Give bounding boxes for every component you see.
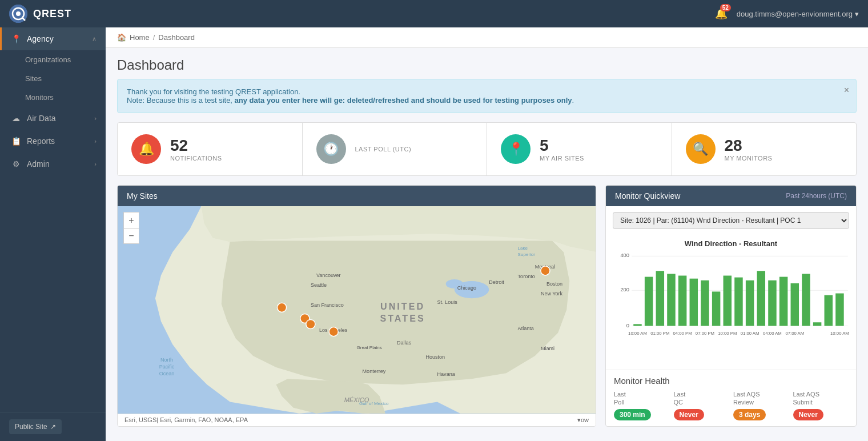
alert-close-button[interactable]: × <box>844 85 849 95</box>
svg-text:North: North <box>160 357 173 363</box>
top-nav: QREST 🔔 52 doug.timms@open-envionment.or… <box>0 0 868 27</box>
chart-title: Wind Direction - Resultant <box>613 239 849 248</box>
quickview-select[interactable]: Site: 1026 | Par: (61104) Wnd Direction … <box>613 212 849 229</box>
sidebar-item-sites[interactable]: Sites <box>0 69 106 88</box>
stat-monitors: 🔍 28 MY MONITORS <box>672 123 857 175</box>
svg-rect-60 <box>813 322 821 326</box>
svg-text:Chicago: Chicago <box>457 285 476 291</box>
zoom-out-button[interactable]: − <box>123 228 139 244</box>
breadcrumb-sep: / <box>153 33 155 42</box>
map-attribution: Esri, USGS| Esri, Garmin, FAO, NOAA, EPA <box>124 416 248 424</box>
svg-rect-51 <box>712 291 720 326</box>
svg-rect-53 <box>734 278 742 326</box>
chart-svg: 400 200 0 <box>613 250 849 339</box>
alert-line1: Thank you for visiting the testing QREST… <box>127 87 835 96</box>
svg-text:Boston: Boston <box>546 281 562 287</box>
svg-text:04:00 PM: 04:00 PM <box>673 331 692 336</box>
monitors-number: 28 <box>725 137 773 155</box>
map-header: My Sites <box>118 186 596 206</box>
svg-text:Monterrey: Monterrey <box>363 368 386 374</box>
agency-chevron: ∧ <box>92 35 97 43</box>
mh-last-aqs-submit-label: Last AQSSubmit <box>793 390 849 407</box>
quickview-panel: Monitor Quickview Past 24hours (UTC) Sit… <box>605 185 857 427</box>
mh-last-qc-label: LastQC <box>674 390 729 407</box>
map-marker-4 <box>329 327 338 336</box>
sidebar-item-organizations[interactable]: Organizations <box>0 50 106 69</box>
svg-text:San Francisco: San Francisco <box>311 302 344 308</box>
mh-last-poll-label: LastPoll <box>614 390 669 407</box>
organizations-label: Organizations <box>25 55 71 64</box>
svg-rect-48 <box>678 276 686 326</box>
chart-area: Wind Direction - Resultant 400 200 0 <box>606 235 856 370</box>
map-zoom-controls: + − <box>123 212 139 244</box>
alert-link[interactable]: any data you enter here will ge: deleted… <box>235 96 572 105</box>
monitors-label: MY MONITORS <box>725 155 773 162</box>
svg-rect-52 <box>724 276 732 326</box>
sidebar-bottom: Public Site ↗ <box>0 412 106 441</box>
svg-text:Vancouver: Vancouver <box>316 272 341 278</box>
svg-text:07:00 AM: 07:00 AM <box>785 331 804 336</box>
sidebar-admin-label: Admin <box>27 159 89 169</box>
svg-rect-59 <box>802 274 810 326</box>
user-menu-button[interactable]: doug.timms@open-envionment.org ▾ <box>737 10 859 18</box>
svg-text:Ocean: Ocean <box>159 371 175 376</box>
map-svg: North Pacific Ocean Gulf of Mexico UNITE… <box>118 206 596 414</box>
svg-text:Seattle: Seattle <box>311 282 327 288</box>
last-poll-icon: 🕐 <box>316 134 346 164</box>
svg-rect-50 <box>701 280 709 326</box>
svg-rect-56 <box>768 280 776 326</box>
svg-text:10:00 AM: 10:00 AM <box>628 331 647 336</box>
sidebar-item-admin[interactable]: ⚙ Admin › <box>0 153 106 175</box>
svg-text:Houston: Houston <box>425 354 445 360</box>
svg-text:01:00 AM: 01:00 AM <box>741 331 760 336</box>
main-layout: 📍 Agency ∧ Organizations Sites Monitors … <box>0 27 868 441</box>
sites-label: Sites <box>25 74 42 83</box>
air-data-icon: ☁ <box>11 114 21 123</box>
notification-button[interactable]: 🔔 52 <box>715 7 728 20</box>
svg-text:Toronto: Toronto <box>518 274 535 279</box>
svg-text:Havana: Havana <box>437 371 456 377</box>
mh-last-qc-badge: Never <box>674 409 704 420</box>
map-container[interactable]: + − <box>118 206 596 414</box>
svg-text:10:00 AM: 10:00 AM <box>830 331 849 336</box>
stat-notifications: 🔔 52 NOTIFICATIONS <box>118 123 303 175</box>
mh-last-qc: LastQC Never <box>674 390 729 420</box>
sidebar: 📍 Agency ∧ Organizations Sites Monitors … <box>0 27 106 441</box>
map-marker-5 <box>541 266 550 275</box>
public-site-button[interactable]: Public Site ↗ <box>9 419 62 434</box>
svg-text:Lake: Lake <box>518 246 528 251</box>
mh-last-aqs-submit: Last AQSSubmit Never <box>793 390 849 420</box>
user-email: doug.timms@open-envionment.org <box>737 10 853 18</box>
alert-line2: Note: Because this is a test site, any d… <box>127 96 835 105</box>
breadcrumb-home[interactable]: Home <box>130 33 150 42</box>
svg-text:STATES: STATES <box>380 313 425 323</box>
topnav-right: 🔔 52 doug.timms@open-envionment.org ▾ <box>715 7 859 20</box>
svg-rect-62 <box>835 294 843 326</box>
monitor-health-title: Monitor Health <box>614 376 848 386</box>
alert-banner: Thank you for visiting the testing QREST… <box>117 79 857 113</box>
app-logo <box>9 5 27 23</box>
monitors-label: Monitors <box>25 93 54 102</box>
sidebar-item-agency[interactable]: 📍 Agency ∧ <box>0 27 106 50</box>
monitor-health-grid: LastPoll 300 min LastQC Never Last AQSRe… <box>614 390 848 420</box>
svg-text:Pacific: Pacific <box>159 364 175 370</box>
sidebar-item-monitors[interactable]: Monitors <box>0 88 106 107</box>
monitors-stat-icon: 🔍 <box>686 134 716 164</box>
stats-row: 🔔 52 NOTIFICATIONS 🕐 LAST POLL (UTC) 📍 <box>117 122 857 176</box>
monitor-health: Monitor Health LastPoll 300 min LastQC N… <box>606 370 856 426</box>
notifications-label: NOTIFICATIONS <box>170 155 222 162</box>
svg-point-2 <box>16 11 21 16</box>
svg-text:MÉXICO: MÉXICO <box>344 396 369 403</box>
svg-text:Dallas: Dallas <box>397 340 412 346</box>
sidebar-item-reports[interactable]: 📋 Reports › <box>0 130 106 153</box>
last-poll-label: LAST POLL (UTC) <box>355 146 412 153</box>
external-link-icon: ↗ <box>50 423 56 431</box>
svg-rect-45 <box>645 277 653 326</box>
sidebar-item-air-data[interactable]: ☁ Air Data › <box>0 107 106 130</box>
map-marker-3 <box>306 319 315 328</box>
air-data-chevron: › <box>94 115 97 122</box>
notifications-icon: 🔔 <box>131 134 161 164</box>
svg-text:Miami: Miami <box>541 346 554 351</box>
zoom-in-button[interactable]: + <box>123 212 139 228</box>
svg-text:New York: New York <box>541 291 563 296</box>
